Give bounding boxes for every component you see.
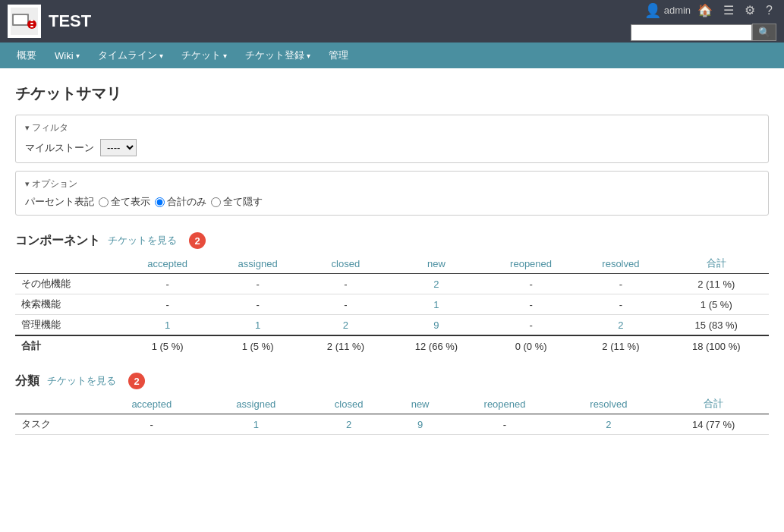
cell-resolved[interactable]: 2	[578, 315, 663, 336]
cell-assigned: -	[213, 274, 302, 294]
search-area: 🔍	[631, 24, 776, 41]
radio-all-label[interactable]: 全て表示	[99, 195, 150, 209]
cell-assigned[interactable]: 1	[204, 414, 308, 435]
cell-reopened: -	[484, 315, 578, 336]
cell-label: タスク	[15, 414, 99, 435]
th-accepted: accepted	[122, 253, 213, 274]
th-closed: closed	[303, 253, 389, 274]
th-cat-empty	[15, 394, 99, 414]
table-row: 検索機能---1--1 (5 %)	[15, 294, 769, 315]
cell-new[interactable]: 2	[389, 274, 484, 294]
milestone-select[interactable]: ----	[100, 139, 137, 156]
cell-closed[interactable]: 2	[308, 414, 390, 435]
total-cell-total: 18 (100 %)	[664, 335, 769, 356]
cell-total: 14 (77 %)	[658, 414, 769, 435]
cell-resolved[interactable]: 2	[559, 414, 658, 435]
home-icon-btn[interactable]: 🏠	[694, 2, 716, 19]
filter-label[interactable]: フィルタ	[25, 121, 759, 134]
component-badge: 2	[189, 232, 206, 249]
th-resolved: resolved	[578, 253, 663, 274]
ticket-chevron-icon: ▾	[223, 52, 227, 60]
table-row: その他機能---2--2 (11 %)	[15, 274, 769, 294]
total-cell-closed: 2 (11 %)	[303, 335, 389, 356]
cell-label: 検索機能	[15, 294, 122, 315]
total-cell-accepted: 1 (5 %)	[122, 335, 213, 356]
radio-all-text: 全て表示	[111, 195, 150, 209]
cell-total: 15 (83 %)	[664, 315, 769, 336]
category-table: accepted assigned closed new reopened re…	[15, 394, 769, 435]
nav-item-admin[interactable]: 管理	[320, 42, 357, 68]
search-button[interactable]: 🔍	[752, 24, 776, 41]
cell-accepted: -	[122, 274, 213, 294]
cell-new[interactable]: 9	[389, 315, 484, 336]
milestone-label: マイルストーン	[25, 141, 94, 155]
th-cat-total: 合計	[658, 394, 769, 414]
cell-reopened: -	[451, 414, 559, 435]
cell-accepted[interactable]: 1	[122, 315, 213, 336]
th-cat-accepted: accepted	[99, 394, 204, 414]
component-section-title: コンポーネント	[15, 233, 100, 249]
th-reopened: reopened	[484, 253, 578, 274]
content-area: チケットサマリ フィルタ マイルストーン ---- オプション パーセント表記 …	[0, 68, 784, 458]
cell-label: 管理機能	[15, 315, 122, 336]
cell-new[interactable]: 1	[389, 294, 484, 315]
wiki-chevron-icon: ▾	[76, 52, 80, 60]
category-section-title: 分類	[15, 373, 39, 389]
radio-hide-input[interactable]	[211, 197, 221, 207]
total-cell-resolved: 2 (11 %)	[578, 335, 663, 356]
category-badge: 2	[128, 373, 145, 389]
component-table: accepted assigned closed new reopened re…	[15, 253, 769, 356]
svg-rect-6	[30, 26, 33, 27]
nav-item-timeline[interactable]: タイムライン ▾	[89, 42, 172, 68]
list-icon-btn[interactable]: ☰	[719, 2, 738, 19]
total-cell-assigned: 1 (5 %)	[213, 335, 302, 356]
cell-closed[interactable]: 2	[303, 315, 389, 336]
radio-total-text: 合計のみ	[167, 195, 206, 209]
category-tickets-link[interactable]: チケットを見る	[47, 374, 116, 388]
th-cat-reopened: reopened	[451, 394, 559, 414]
radio-total-label[interactable]: 合計のみ	[155, 195, 206, 209]
nav-item-ticket[interactable]: チケット ▾	[172, 42, 236, 68]
nav-label-ticket: チケット	[181, 49, 221, 62]
component-table-header-row: accepted assigned closed new reopened re…	[15, 253, 769, 274]
option-label[interactable]: オプション	[25, 178, 759, 190]
radio-all-input[interactable]	[99, 197, 109, 207]
search-input[interactable]	[631, 24, 752, 41]
app-title: TEST	[49, 11, 91, 31]
category-table-header-row: accepted assigned closed new reopened re…	[15, 394, 769, 414]
nav-label-ticket-register: チケット登録	[245, 49, 304, 62]
cell-closed: -	[303, 274, 389, 294]
cell-reopened: -	[484, 294, 578, 315]
nav-item-ticket-register[interactable]: チケット登録 ▾	[236, 42, 320, 68]
option-section: オプション パーセント表記 全て表示 合計のみ 全て隠す	[15, 171, 769, 216]
settings-icon-btn[interactable]: ⚙	[741, 2, 759, 19]
svg-rect-5	[30, 23, 33, 24]
cell-new[interactable]: 9	[390, 414, 451, 435]
th-total: 合計	[664, 253, 769, 274]
help-icon-btn[interactable]: ?	[762, 2, 776, 19]
th-component-empty	[15, 253, 122, 274]
radio-hide-label[interactable]: 全て隠す	[211, 195, 263, 209]
svg-rect-4	[30, 20, 33, 21]
category-section-header: 分類 チケットを見る 2	[15, 373, 769, 389]
nav-label-timeline: タイムライン	[98, 49, 157, 62]
main-nav: 概要 Wiki ▾ タイムライン ▾ チケット ▾ チケット登録 ▾ 管理	[0, 42, 784, 68]
percent-label: パーセント表記	[25, 195, 94, 209]
radio-total-input[interactable]	[155, 197, 165, 207]
cell-assigned[interactable]: 1	[213, 315, 302, 336]
total-row: 合計1 (5 %)1 (5 %)2 (11 %)12 (66 %)0 (0 %)…	[15, 335, 769, 356]
component-tickets-link[interactable]: チケットを見る	[108, 234, 177, 247]
cell-resolved: -	[578, 274, 663, 294]
user-area: 👤 admin 🏠 ☰ ⚙ ?	[644, 2, 776, 19]
th-cat-closed: closed	[308, 394, 390, 414]
nav-item-overview[interactable]: 概要	[8, 42, 46, 68]
svg-rect-2	[14, 15, 27, 24]
cell-accepted: -	[99, 414, 204, 435]
cell-resolved: -	[578, 294, 663, 315]
cell-label: その他機能	[15, 274, 122, 294]
total-cell-reopened: 0 (0 %)	[484, 335, 578, 356]
nav-item-wiki[interactable]: Wiki ▾	[46, 42, 89, 68]
component-section-header: コンポーネント チケットを見る 2	[15, 232, 769, 249]
th-new: new	[389, 253, 484, 274]
total-cell-label: 合計	[15, 335, 122, 356]
